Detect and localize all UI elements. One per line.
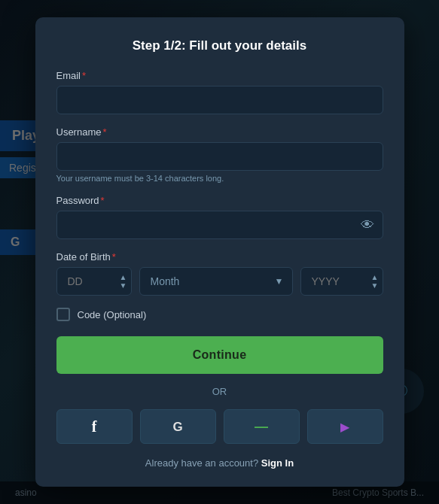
dob-year-wrapper: ▲ ▼ [300,267,383,296]
password-group: Password* 👁 [56,195,383,239]
show-password-icon[interactable]: 👁 [361,217,374,233]
modal-overlay: Step 1/2: Fill out your details Email* U… [0,0,439,504]
username-required: * [102,126,106,138]
username-label: Username* [56,126,383,138]
modal-title: Step 1/2: Fill out your details [56,38,383,53]
line-icon: — [255,419,268,435]
facebook-button[interactable] [56,409,133,444]
password-input[interactable] [56,211,383,239]
dob-row: ▲ ▼ Month JanuaryFebruaryMarchAprilMayJu… [56,267,383,296]
email-group: Email* [56,70,383,114]
code-label: Code (Optional) [78,309,147,320]
code-checkbox[interactable] [56,308,70,321]
dob-label: Date of Birth* [56,251,383,263]
dob-required: * [112,251,116,263]
facebook-icon [92,418,97,436]
username-hint: Your username must be 3-14 characters lo… [56,174,383,183]
username-input[interactable] [56,142,383,171]
password-required: * [101,195,105,206]
continue-button[interactable]: Continue [56,336,383,374]
twitch-button[interactable] [307,409,383,444]
code-row: Code (Optional) [56,308,383,321]
dob-month-wrapper: Month JanuaryFebruaryMarchAprilMayJuneJu… [139,267,293,296]
line-button[interactable]: — [224,409,300,444]
twitch-icon [340,419,349,435]
dob-month-select[interactable]: Month JanuaryFebruaryMarchAprilMayJuneJu… [139,267,293,296]
dob-year-input[interactable] [300,267,383,296]
google-button[interactable] [140,409,216,444]
google-icon [172,419,182,435]
email-label: Email* [56,70,383,81]
signin-link[interactable]: Sign In [261,457,294,469]
or-divider: OR [56,386,383,397]
email-required: * [82,70,86,81]
dob-group: Date of Birth* ▲ ▼ Month JanuaryFebruary… [56,251,383,296]
password-wrapper: 👁 [56,211,383,239]
dob-dd-wrapper: ▲ ▼ [56,267,132,296]
already-account-text: Already have an account? Sign In [56,457,383,469]
registration-modal: Step 1/2: Fill out your details Email* U… [35,17,404,487]
email-input[interactable] [56,86,383,114]
username-group: Username* Your username must be 3-14 cha… [56,126,383,183]
password-label: Password* [56,195,383,206]
social-buttons-row: — [56,409,383,444]
dob-day-input[interactable] [56,267,132,296]
